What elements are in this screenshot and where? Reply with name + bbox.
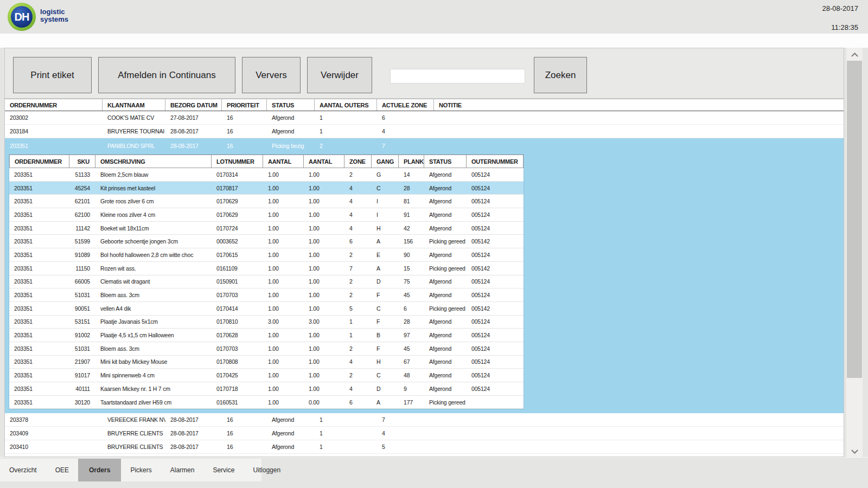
table-cell: 2 xyxy=(344,248,372,261)
table-row[interactable]: 203410BRUYERRE CLIENTS28-08-201716Afgero… xyxy=(5,440,844,454)
table-cell: 91017 xyxy=(69,369,95,382)
detail-rows: 20335151133Bloem 2,5cm blauw01703141.001… xyxy=(9,168,524,409)
vertical-scrollbar[interactable] xyxy=(846,48,863,458)
table-cell xyxy=(467,396,524,409)
table-cell: Picking gereed xyxy=(424,396,467,409)
table-row[interactable]: 20335111142Boeket wit 18x11cm01707241.00… xyxy=(9,222,524,235)
table-cell: 0170615 xyxy=(212,248,263,261)
table-cell: Afgerond xyxy=(424,195,467,208)
table-row[interactable]: 20335130120Taartstandaard zilver H59 cm0… xyxy=(9,396,524,409)
table-row[interactable]: 203002COOK'S MATE CV27-08-201716Afgerond… xyxy=(5,111,844,125)
app-header: DH logistic systems 28-08-2017 11:28:35 xyxy=(0,0,868,34)
table-row[interactable]: 20335151031Bloem ass. 3cm01707031.001.00… xyxy=(9,342,524,356)
table-cell: 9 xyxy=(399,382,424,395)
table-cell: 203351 xyxy=(9,275,69,288)
table-cell: 203351 xyxy=(9,222,69,235)
table-cell: 1.00 xyxy=(263,168,304,181)
table-cell: BEZORG DATUM xyxy=(165,99,222,111)
table-row[interactable]: 203378VEREECKE FRANK NV28-08-201716Afger… xyxy=(5,413,844,427)
verwijder-button[interactable]: Verwijder xyxy=(307,57,372,93)
table-cell: 1.00 xyxy=(304,369,344,382)
table-row[interactable]: 20335191089Bol hoofd halloween 2,8 cm wi… xyxy=(9,248,524,262)
table-row[interactable]: 20335190051vellen A4 dik01704141.001.005… xyxy=(9,302,524,316)
table-row[interactable]: 20335140111Kaarsen Mickey nr. 1 H 7 cm01… xyxy=(9,382,524,396)
zoeken-button[interactable]: Zoeken xyxy=(534,57,587,93)
chevron-up-icon xyxy=(851,52,858,59)
table-cell: Mini kit baby Mickey Mouse xyxy=(95,356,212,369)
table-cell: 203351 xyxy=(9,248,69,261)
table-cell: 45254 xyxy=(69,182,95,195)
table-cell: 177 xyxy=(399,396,424,409)
table-row[interactable]: 20335151031Bloem ass. 3cm01707031.001.00… xyxy=(9,288,524,302)
nav-item-alarmen[interactable]: Alarmen xyxy=(161,459,204,481)
table-cell: 11150 xyxy=(69,262,95,275)
table-cell: 0170628 xyxy=(212,329,263,342)
table-row[interactable]: 20335162101Grote roos zilver 6 cm0170629… xyxy=(9,195,524,208)
logo-initials: DH xyxy=(15,11,29,23)
table-row[interactable]: 203184BRUYERRE TOURNAI SPRL28-08-201716A… xyxy=(5,125,844,138)
scroll-down-button[interactable] xyxy=(846,445,863,458)
selected-order-row[interactable]: 203351PANIBLOND SPRL28-08-201716Picking … xyxy=(5,138,844,153)
table-cell: Afgerond xyxy=(424,248,467,261)
table-row[interactable]: 20335151599Geboorte schoentje jongen 3cm… xyxy=(9,235,524,248)
table-row[interactable]: 20335162100Kleine roos zilver 4 cm017062… xyxy=(9,208,524,222)
table-row[interactable]: 20335166005Clematis wit dragant01509011.… xyxy=(9,275,524,289)
table-cell: Picking gereed xyxy=(424,302,467,315)
table-cell xyxy=(434,111,844,124)
table-row[interactable]: 20335121907Mini kit baby Mickey Mouse017… xyxy=(9,356,524,369)
nav-item-overzicht[interactable]: Overzicht xyxy=(0,459,46,481)
nav-item-uitloggen[interactable]: Uitloggen xyxy=(244,459,290,481)
table-row[interactable]: 20335191017Mini spinnenweb 4 cm01704251.… xyxy=(9,369,524,382)
table-cell: 203351 xyxy=(9,262,69,275)
nav-item-orders[interactable]: Orders xyxy=(78,459,121,481)
table-cell: 1 xyxy=(315,413,377,426)
table-cell: 75 xyxy=(399,275,424,288)
table-row[interactable]: 20335145254Kit prinses met kasteel017081… xyxy=(9,182,524,195)
search-input[interactable] xyxy=(390,69,525,84)
table-cell: 156 xyxy=(399,235,424,248)
table-cell: 53151 xyxy=(69,316,95,329)
current-time: 11:28:35 xyxy=(822,23,859,31)
table-cell: Afgerond xyxy=(267,413,315,426)
scroll-up-button[interactable] xyxy=(846,48,863,61)
ververs-button[interactable]: Ververs xyxy=(242,57,301,93)
table-cell: 6 xyxy=(344,396,372,409)
table-cell: Picking gereed xyxy=(424,262,467,275)
table-row[interactable]: 203409BRUYERRE CLIENTS28-08-201716Afgero… xyxy=(5,427,844,440)
afmelden-continuans-button[interactable]: Afmelden in Continuans xyxy=(98,57,235,93)
table-cell: AANTAL xyxy=(263,155,304,168)
table-cell: 1.00 xyxy=(304,248,344,261)
table-cell: 1.00 xyxy=(263,248,304,261)
table-cell: AANTAL xyxy=(304,155,344,168)
table-cell: 1.00 xyxy=(304,235,344,248)
table-row[interactable]: 20335151133Bloem 2,5cm blauw01703141.001… xyxy=(9,168,524,182)
table-row[interactable]: 20335191002Plaatje 4,5 x1,5 cm Halloween… xyxy=(9,329,524,342)
table-cell: 16 xyxy=(222,440,267,453)
table-cell: Afgerond xyxy=(424,275,467,288)
nav-item-pickers[interactable]: Pickers xyxy=(121,459,161,481)
table-cell: BRUYERRE CLIENTS xyxy=(103,427,165,440)
print-etiket-button[interactable]: Print etiket xyxy=(13,57,92,93)
orders-rows-after: 203378VEREECKE FRANK NV28-08-201716Afger… xyxy=(5,413,844,454)
table-cell: 005142 xyxy=(467,302,524,315)
table-cell: 28-08-2017 xyxy=(165,440,222,453)
nav-item-oee[interactable]: OEE xyxy=(46,459,78,481)
table-row[interactable]: 20335111150Rozen wit ass.01611091.001.00… xyxy=(9,262,524,275)
table-cell: 51599 xyxy=(69,235,95,248)
table-cell: 1.00 xyxy=(263,342,304,355)
table-cell: 005124 xyxy=(467,168,524,181)
table-cell: 1 xyxy=(315,440,377,453)
table-row[interactable]: 20335153151Plaatje Javanais 5x1cm0170810… xyxy=(9,316,524,329)
table-cell: 203351 xyxy=(9,302,69,315)
nav-item-service[interactable]: Service xyxy=(203,459,244,481)
scrollbar-thumb[interactable] xyxy=(847,61,862,378)
table-cell: 1 xyxy=(315,111,377,124)
table-cell: 005124 xyxy=(467,382,524,395)
table-cell: 203002 xyxy=(5,111,103,124)
table-cell: 203410 xyxy=(5,440,103,453)
table-cell: STATUS xyxy=(267,99,315,111)
table-cell: 005124 xyxy=(467,195,524,208)
table-cell: Bloem ass. 3cm xyxy=(95,288,212,301)
header-divider-strip xyxy=(0,34,868,48)
table-cell: 91089 xyxy=(69,248,95,261)
